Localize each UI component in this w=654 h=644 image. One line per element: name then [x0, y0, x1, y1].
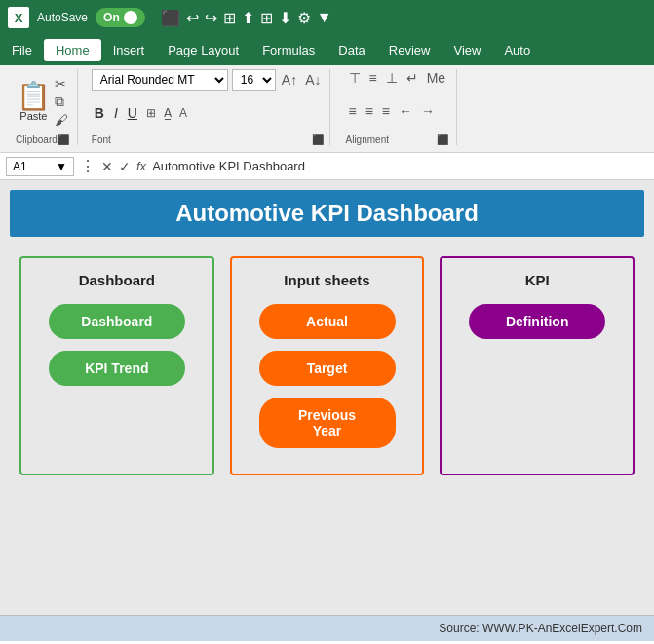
italic-button[interactable]: I: [111, 105, 121, 121]
title-bar: X AutoSave On ⬛ ↩ ↪ ⊞ ⬆ ⊞ ⬇ ⚙ ▼: [0, 0, 654, 35]
underline-button[interactable]: U: [125, 105, 140, 121]
input-sheets-section-title: Input sheets: [284, 272, 369, 288]
alignment-group: ⊤ ≡ ⊥ ↵ Me ≡ ≡ ≡ ← → Alignment ⬛: [338, 69, 458, 145]
font-group: Arial Rounded MT 16 A↑ A↓ B I U ⊞ A̲ A F…: [86, 69, 330, 145]
font-size-decrease[interactable]: A↓: [303, 72, 323, 88]
fill-color-button[interactable]: A̲: [162, 106, 173, 120]
align-row2: ≡ ≡ ≡ ← →: [346, 102, 449, 120]
clipboard-expander[interactable]: ⬛: [58, 134, 69, 145]
menu-view[interactable]: View: [442, 39, 492, 61]
indent-increase-button[interactable]: →: [418, 102, 438, 120]
font-expander[interactable]: ⬛: [312, 134, 324, 145]
align-bottom-button[interactable]: ⊥: [383, 69, 401, 87]
align-group-bottom: Alignment ⬛: [346, 134, 449, 145]
align-right-button[interactable]: ≡: [379, 102, 393, 120]
autosave-toggle[interactable]: On: [96, 8, 145, 27]
kpi-section-title: KPI: [525, 272, 550, 288]
toggle-circle: [124, 11, 137, 24]
clipboard-group-label: Clipboard: [16, 134, 58, 145]
paste-button[interactable]: 📋 Paste: [17, 83, 51, 122]
clipboard-group-bottom: Clipboard ⬛: [16, 134, 69, 145]
cancel-formula-icon[interactable]: ✕: [101, 159, 113, 174]
fx-label: fx: [136, 159, 146, 173]
menu-home[interactable]: Home: [44, 39, 101, 61]
merge-button[interactable]: Me: [424, 69, 448, 87]
content-area: Automotive KPI Dashboard Dashboard Dashb…: [0, 180, 654, 641]
format-painter-icon[interactable]: 🖌: [55, 112, 68, 128]
grid-icon[interactable]: ⊞: [223, 9, 236, 27]
align-expander[interactable]: ⬛: [437, 134, 448, 145]
source-text: Source: WWW.PK-AnExcelExpert.Com: [439, 622, 642, 635]
font-group-label: Font: [92, 134, 111, 145]
menu-review[interactable]: Review: [377, 39, 442, 61]
definition-btn[interactable]: Definition: [469, 304, 605, 339]
confirm-formula-icon[interactable]: ✓: [119, 159, 131, 174]
toggle-label: On: [103, 11, 120, 24]
formula-bar: A1 ▼ ⋮ ✕ ✓ fx Automotive KPI Dashboard: [0, 153, 654, 180]
dashboard-area: Automotive KPI Dashboard Dashboard Dashb…: [0, 180, 654, 615]
border-button[interactable]: ⊞: [144, 106, 158, 120]
copy-icon[interactable]: ⧉: [55, 94, 68, 110]
redo-icon[interactable]: ↪: [205, 9, 217, 27]
formula-content: Automotive KPI Dashboard: [152, 159, 648, 173]
align-group-label: Alignment: [346, 134, 389, 145]
ribbon: 📋 Paste ✂ ⧉ 🖌 Clipboard ⬛ Arial Rounded …: [0, 65, 654, 153]
dashboard-section-title: Dashboard: [79, 272, 155, 288]
dashboard-section: Dashboard Dashboard KPI Trend: [19, 256, 214, 475]
paste-label: Paste: [19, 110, 47, 122]
clipboard-group: 📋 Paste ✂ ⧉ 🖌 Clipboard ⬛: [8, 69, 78, 145]
data-icon[interactable]: ⬇: [279, 9, 291, 27]
menu-insert[interactable]: Insert: [101, 39, 157, 61]
settings-icon[interactable]: ⚙: [297, 9, 311, 27]
undo-icon[interactable]: ↩: [186, 9, 199, 27]
font-row1: Arial Rounded MT 16 A↑ A↓: [92, 69, 324, 91]
clipboard-small-icons: ✂ ⧉ 🖌: [55, 76, 68, 128]
wrap-text-button[interactable]: ↵: [404, 69, 421, 87]
cell-ref-text: A1: [13, 160, 27, 173]
menu-page-layout[interactable]: Page Layout: [156, 39, 250, 61]
font-group-bottom: Font ⬛: [92, 134, 324, 145]
sections-row: Dashboard Dashboard KPI Trend Input shee…: [10, 256, 644, 475]
clipboard-content: 📋 Paste ✂ ⧉ 🖌: [17, 69, 68, 134]
main-title: Automotive KPI Dashboard: [175, 200, 479, 226]
previous-year-btn[interactable]: Previous Year: [259, 398, 396, 448]
main-title-bar: Automotive KPI Dashboard: [10, 190, 644, 237]
excel-logo: X: [8, 7, 29, 28]
formula-separator-icon: ⋮: [80, 157, 96, 175]
toolbar-icons: ⬛ ↩ ↪ ⊞ ⬆ ⊞ ⬇ ⚙ ▼: [161, 9, 332, 27]
font-row2: B I U ⊞ A̲ A: [92, 105, 324, 121]
input-sheets-section: Input sheets Actual Target Previous Year: [230, 256, 425, 475]
save-icon[interactable]: ⬛: [161, 9, 180, 27]
more-icon[interactable]: ▼: [317, 9, 332, 26]
cut-icon[interactable]: ✂: [55, 76, 68, 92]
font-family-select[interactable]: Arial Rounded MT: [92, 69, 228, 91]
menu-file[interactable]: File: [0, 39, 44, 61]
bold-button[interactable]: B: [92, 105, 107, 121]
align-middle-button[interactable]: ≡: [366, 69, 380, 87]
font-color-button[interactable]: A: [177, 106, 189, 120]
actual-btn[interactable]: Actual: [259, 304, 396, 339]
paste-icon: 📋: [17, 83, 51, 110]
kpi-trend-btn[interactable]: KPI Trend: [49, 351, 185, 386]
cell-ref-dropdown[interactable]: ▼: [56, 160, 67, 173]
indent-decrease-button[interactable]: ←: [396, 102, 415, 120]
align-top-button[interactable]: ⊤: [346, 69, 364, 87]
align-left-button[interactable]: ≡: [346, 102, 360, 120]
kpi-section: KPI Definition: [440, 256, 635, 475]
align-row1: ⊤ ≡ ⊥ ↵ Me: [346, 69, 449, 87]
menu-bar: File Home Insert Page Layout Formulas Da…: [0, 35, 654, 65]
sort-up-icon[interactable]: ⬆: [242, 9, 254, 27]
menu-formulas[interactable]: Formulas: [250, 39, 327, 61]
align-center-button[interactable]: ≡: [363, 102, 376, 120]
menu-auto[interactable]: Auto: [492, 39, 542, 61]
source-bar: Source: WWW.PK-AnExcelExpert.Com: [0, 615, 654, 641]
target-btn[interactable]: Target: [259, 351, 396, 386]
dashboard-btn[interactable]: Dashboard: [49, 304, 185, 339]
font-size-increase[interactable]: A↑: [280, 72, 299, 88]
font-size-select[interactable]: 16: [232, 69, 276, 91]
menu-data[interactable]: Data: [327, 39, 376, 61]
cell-reference[interactable]: A1 ▼: [6, 157, 74, 176]
table-icon[interactable]: ⊞: [260, 9, 273, 27]
autosave-label: AutoSave: [37, 11, 88, 24]
